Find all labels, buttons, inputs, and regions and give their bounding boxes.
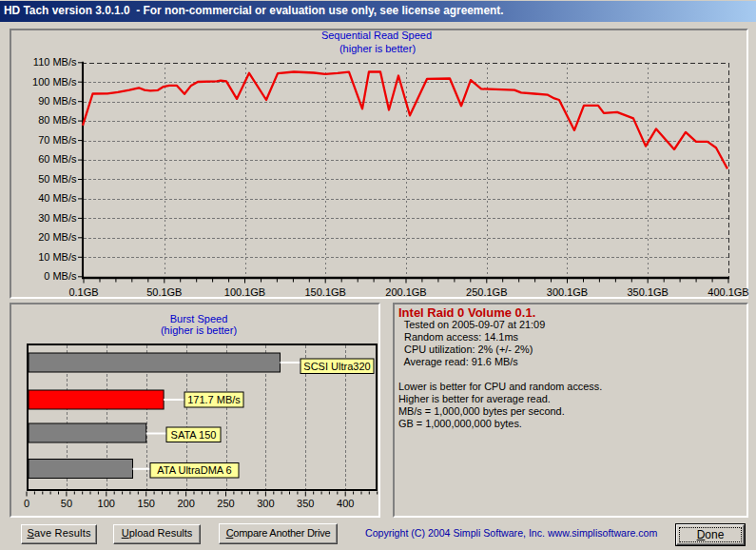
svg-text:0 MB/s: 0 MB/s [44, 270, 77, 282]
svg-text:100: 100 [98, 498, 115, 509]
svg-text:100 MB/s: 100 MB/s [32, 76, 77, 88]
svg-text:150: 150 [138, 498, 155, 509]
svg-text:SATA 150: SATA 150 [171, 429, 217, 441]
svg-text:200.1GB: 200.1GB [385, 286, 426, 298]
svg-text:70 MB/s: 70 MB/s [38, 134, 77, 146]
svg-text:10 MB/s: 10 MB/s [38, 251, 77, 263]
svg-text:SCSI Ultra320: SCSI Ultra320 [303, 361, 370, 372]
svg-text:50: 50 [61, 498, 72, 509]
svg-text:80 MB/s: 80 MB/s [38, 114, 77, 126]
svg-text:300.1GB: 300.1GB [547, 286, 588, 298]
svg-text:90 MB/s: 90 MB/s [38, 95, 77, 107]
svg-text:50 MB/s: 50 MB/s [38, 173, 77, 185]
svg-text:250: 250 [217, 498, 234, 509]
svg-text:30 MB/s: 30 MB/s [38, 212, 77, 224]
svg-text:100.1GB: 100.1GB [224, 286, 265, 298]
svg-text:20 MB/s: 20 MB/s [38, 231, 77, 243]
svg-text:ATA UltraDMA 6: ATA UltraDMA 6 [157, 464, 231, 476]
svg-text:250.1GB: 250.1GB [466, 286, 507, 298]
svg-text:300: 300 [257, 498, 274, 509]
svg-text:350: 350 [297, 498, 314, 509]
svg-text:0: 0 [24, 498, 29, 509]
svg-text:171.7 MB/s: 171.7 MB/s [187, 394, 241, 405]
svg-text:400.1GB: 400.1GB [708, 286, 748, 298]
svg-text:0.1GB: 0.1GB [68, 286, 98, 298]
svg-text:400: 400 [337, 498, 354, 509]
svg-text:60 MB/s: 60 MB/s [38, 153, 77, 165]
svg-text:40 MB/s: 40 MB/s [38, 192, 77, 204]
svg-text:50.1GB: 50.1GB [146, 286, 182, 298]
svg-text:350.1GB: 350.1GB [627, 286, 668, 298]
svg-text:200: 200 [177, 498, 194, 509]
svg-text:150.1GB: 150.1GB [304, 286, 345, 298]
svg-text:110 MB/s: 110 MB/s [33, 56, 77, 68]
